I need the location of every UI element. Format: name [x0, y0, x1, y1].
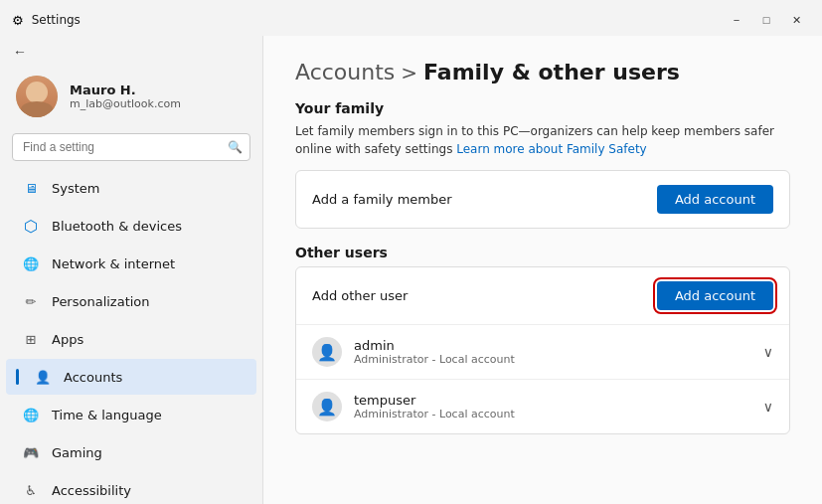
- sidebar-label-network: Network & internet: [52, 256, 175, 271]
- other-section-title: Other users: [295, 245, 790, 260]
- breadcrumb-current: Family & other users: [423, 60, 680, 84]
- sidebar-item-time[interactable]: 🌐 Time & language: [6, 397, 256, 432]
- user-info-tempuser: tempuser Administrator - Local account: [354, 393, 763, 420]
- sidebar-label-accounts: Accounts: [64, 370, 122, 385]
- time-icon: 🌐: [22, 406, 40, 423]
- network-icon: 🌐: [22, 254, 40, 272]
- app-title: Settings: [32, 13, 81, 27]
- user-avatar-admin: 👤: [312, 337, 342, 367]
- main-content: Accounts > Family & other users Your fam…: [263, 36, 822, 504]
- add-family-label: Add a family member: [312, 192, 452, 207]
- search-input[interactable]: [12, 133, 250, 161]
- user-info: Mauro H. m_lab@outlook.com: [70, 83, 247, 110]
- sidebar-item-apps[interactable]: ⊞ Apps: [6, 321, 256, 357]
- learn-more-link[interactable]: Learn more about Family Safety: [456, 142, 647, 156]
- breadcrumb: Accounts > Family & other users: [295, 60, 790, 84]
- avatar-face: [16, 76, 58, 117]
- bluetooth-icon: ⬡: [22, 217, 40, 235]
- sidebar-item-bluetooth[interactable]: ⬡ Bluetooth & devices: [6, 208, 256, 244]
- personalization-icon: ✏: [22, 292, 40, 310]
- sidebar-label-gaming: Gaming: [52, 445, 102, 460]
- back-button[interactable]: ←: [8, 40, 32, 64]
- sidebar-item-personalization[interactable]: ✏ Personalization: [6, 283, 256, 319]
- user-name-admin: admin: [354, 338, 763, 353]
- user-name: Mauro H.: [70, 83, 247, 97]
- sidebar-label-bluetooth: Bluetooth & devices: [52, 219, 182, 234]
- avatar-body: [21, 101, 53, 117]
- sidebar-item-accessibility[interactable]: ♿ Accessibility: [6, 472, 256, 504]
- sidebar-item-gaming[interactable]: 🎮 Gaming: [6, 434, 256, 470]
- settings-icon: ⚙: [12, 13, 24, 28]
- sidebar-label-personalization: Personalization: [52, 294, 150, 309]
- sidebar-label-time: Time & language: [52, 408, 162, 422]
- add-family-button[interactable]: Add account: [657, 185, 773, 214]
- search-box: 🔍: [12, 133, 250, 161]
- sidebar-item-accounts[interactable]: 👤 Accounts: [6, 359, 256, 395]
- user-section: Mauro H. m_lab@outlook.com: [0, 64, 262, 133]
- family-section-title: Your family: [295, 100, 790, 116]
- title-bar: ⚙ Settings − □ ✕: [0, 0, 822, 36]
- gaming-icon: 🎮: [22, 443, 40, 461]
- close-button[interactable]: ✕: [782, 10, 810, 30]
- add-other-row: Add other user Add account: [296, 267, 789, 324]
- active-indicator: [16, 369, 19, 385]
- sidebar-item-system[interactable]: 🖥 System: [6, 170, 256, 206]
- search-icon: 🔍: [228, 140, 243, 154]
- user-email: m_lab@outlook.com: [70, 97, 247, 110]
- breadcrumb-parent: Accounts: [295, 60, 395, 84]
- other-users-card: Add other user Add account 👤 admin Admin…: [295, 266, 790, 434]
- accounts-icon: 👤: [34, 368, 52, 386]
- system-icon: 🖥: [22, 179, 40, 197]
- accessibility-icon: ♿: [22, 481, 40, 499]
- user-avatar-tempuser: 👤: [312, 392, 342, 421]
- sidebar-label-apps: Apps: [52, 332, 83, 347]
- family-section-desc: Let family members sign in to this PC—or…: [295, 122, 790, 158]
- maximize-button[interactable]: □: [752, 10, 780, 30]
- user-row-admin[interactable]: 👤 admin Administrator - Local account ∨: [296, 324, 789, 379]
- breadcrumb-separator: >: [401, 61, 417, 84]
- user-row-tempuser[interactable]: 👤 tempuser Administrator - Local account…: [296, 379, 789, 433]
- user-sub-admin: Administrator - Local account: [354, 353, 763, 366]
- window-controls: − □ ✕: [723, 10, 810, 30]
- sidebar-label-accessibility: Accessibility: [52, 483, 131, 498]
- sidebar: ← Mauro H. m_lab@outlook.com 🔍 🖥 System: [0, 36, 263, 504]
- apps-icon: ⊞: [22, 330, 40, 348]
- title-bar-left: ⚙ Settings: [12, 13, 81, 28]
- chevron-down-icon-tempuser: ∨: [763, 399, 773, 415]
- user-info-admin: admin Administrator - Local account: [354, 338, 763, 366]
- add-other-label: Add other user: [312, 288, 408, 303]
- sidebar-label-system: System: [52, 181, 99, 196]
- chevron-down-icon-admin: ∨: [763, 344, 773, 360]
- add-other-button[interactable]: Add account: [657, 281, 773, 310]
- user-name-tempuser: tempuser: [354, 393, 763, 408]
- avatar-head: [26, 82, 48, 103]
- family-card: Add a family member Add account: [295, 170, 790, 229]
- user-sub-tempuser: Administrator - Local account: [354, 408, 763, 420]
- minimize-button[interactable]: −: [723, 10, 750, 30]
- family-card-row: Add a family member Add account: [296, 171, 789, 228]
- avatar: [16, 76, 58, 117]
- sidebar-item-network[interactable]: 🌐 Network & internet: [6, 246, 256, 281]
- app-body: ← Mauro H. m_lab@outlook.com 🔍 🖥 System: [0, 36, 822, 504]
